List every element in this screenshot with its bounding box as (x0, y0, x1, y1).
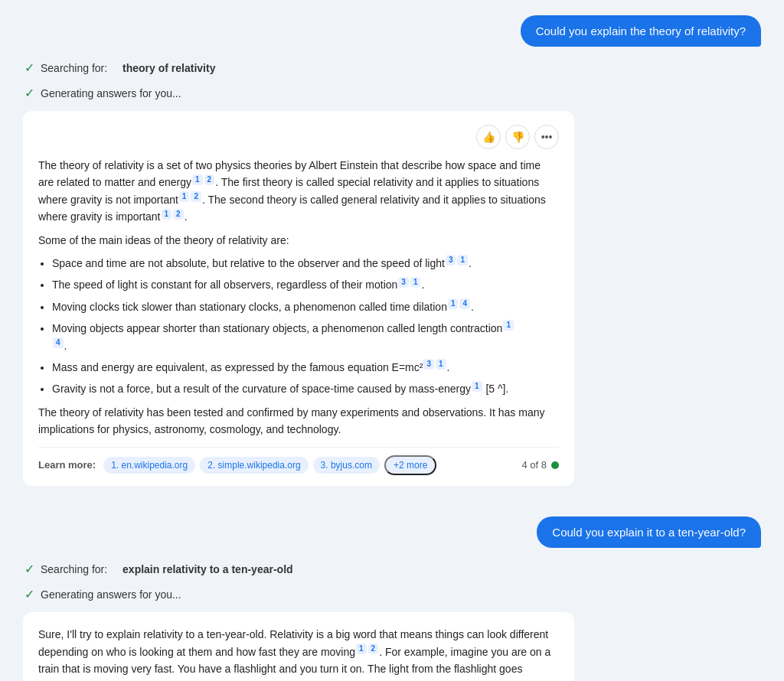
main-ideas-intro: Some of the main ideas of the theory of … (38, 232, 559, 249)
learn-more-more[interactable]: +2 more (384, 455, 436, 475)
status-searching-1: ✓ Searching for: theory of relativity (23, 60, 761, 75)
check-icon-2: ✓ (24, 86, 34, 100)
bullet-item-3: Moving clocks tick slower than stationar… (52, 298, 559, 315)
cite-3b[interactable]: 2 (173, 209, 184, 220)
cite-b5b[interactable]: 1 (436, 359, 446, 370)
cite-3a[interactable]: 1 (162, 209, 172, 220)
cite-b4a[interactable]: 1 (503, 320, 514, 331)
cite-a2-2[interactable]: 2 (368, 644, 379, 654)
answer-card-2: Sure, I'll try to explain relativity to … (23, 612, 574, 681)
cite-2b[interactable]: 2 (191, 191, 201, 202)
bullet-list: Space and time are not absolute, but rel… (52, 255, 559, 398)
bullet-item-6: Gravity is not a force, but a result of … (52, 380, 559, 397)
cite-b6a[interactable]: 1 (472, 381, 482, 392)
thumbs-down-button[interactable]: 👎 (505, 125, 530, 149)
cite-b1a[interactable]: 3 (446, 255, 456, 266)
cite-a2-1[interactable]: 1 (356, 644, 367, 654)
cite-1a[interactable]: 1 (192, 174, 203, 185)
user-message-2: Could you explain it to a ten-year-old? (537, 516, 761, 548)
user-message-1: Could you explain the theory of relativi… (521, 15, 761, 47)
cite-b5a[interactable]: 3 (423, 359, 434, 370)
cite-b2b[interactable]: 1 (410, 277, 421, 288)
status-searching-2: ✓ Searching for: explain relativity to a… (23, 562, 761, 576)
status-generating-1: ✓ Generating answers for you... (23, 86, 761, 100)
learn-more-bar: Learn more: 1. en.wikipedia.org 2. simpl… (38, 447, 559, 475)
answer-card-1: 👍 👎 ••• The theory of relativity is a se… (23, 111, 574, 486)
cite-b1b[interactable]: 1 (457, 255, 468, 266)
bullet-item-2: The speed of light is constant for all o… (52, 276, 559, 293)
bullet-item-1: Space and time are not absolute, but rel… (52, 255, 559, 272)
cite-b2a[interactable]: 3 (398, 277, 409, 288)
bullet-item-4: Moving objects appear shorter than stati… (52, 320, 559, 354)
learn-more-link-3[interactable]: 3. byjus.com (313, 457, 380, 474)
cite-b4b[interactable]: 4 (53, 337, 64, 348)
bullet-item-5: Mass and energy are equivalent, as expre… (52, 359, 559, 376)
dot-green-icon (551, 461, 559, 469)
learn-more-label: Learn more: (38, 458, 96, 474)
answer-toolbar-1: 👍 👎 ••• (38, 125, 559, 149)
conclusion-text: The theory of relativity has been tested… (38, 404, 559, 438)
status-generating-2: ✓ Generating answers for you... (23, 587, 761, 601)
thumbs-up-button[interactable]: 👍 (476, 125, 501, 149)
page-indicator: 4 of 8 (521, 458, 559, 474)
learn-more-link-1[interactable]: 1. en.wikipedia.org (103, 457, 195, 474)
check-icon-1: ✓ (24, 60, 34, 75)
check-icon-3: ✓ (24, 562, 34, 576)
cite-b3b[interactable]: 4 (459, 298, 470, 309)
cite-2a[interactable]: 1 (179, 191, 190, 202)
cite-b3a[interactable]: 1 (448, 298, 459, 309)
learn-more-link-2[interactable]: 2. simple.wikipedia.org (200, 457, 308, 474)
answer-text-1: The theory of relativity is a set of two… (38, 157, 559, 438)
check-icon-4: ✓ (24, 587, 34, 601)
answer-text-2: Sure, I'll try to explain relativity to … (38, 626, 559, 681)
cite-1b[interactable]: 2 (204, 174, 215, 185)
more-options-button[interactable]: ••• (534, 125, 559, 149)
